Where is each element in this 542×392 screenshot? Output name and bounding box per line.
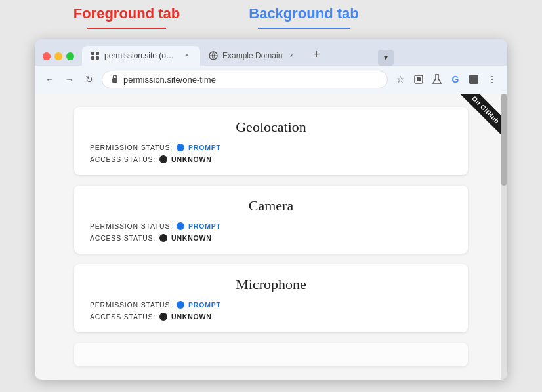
camera-access-dot [159, 234, 167, 242]
address-text: permission.site/one-time [123, 75, 216, 85]
browser-window: permission.site (one-time) × Example Dom… [35, 39, 507, 380]
svg-rect-1 [96, 52, 99, 55]
bookmark-icon[interactable]: ☆ [393, 72, 407, 87]
camera-permission-row: PERMISSION STATUS: PROMPT [90, 222, 452, 230]
active-tab-close[interactable]: × [182, 50, 192, 61]
background-tab-label: Background tab [232, 5, 376, 22]
inactive-tab-close[interactable]: × [286, 50, 297, 61]
outer-wrapper: Foreground tab Background tab [35, 39, 507, 380]
inactive-tab[interactable]: Example Domain × [200, 46, 304, 66]
chevron-down-icon: ▾ [384, 53, 388, 62]
tab-labels: Foreground tab Background tab [35, 5, 507, 22]
cards-container: Geolocation PERMISSION STATUS: PROMPT AC… [35, 94, 507, 380]
inactive-tab-title: Example Domain [222, 51, 282, 60]
svg-rect-0 [91, 52, 94, 55]
scrollbar-thumb[interactable] [501, 94, 507, 186]
github-ribbon-text: On GitHub [455, 94, 507, 140]
maximize-button[interactable] [66, 52, 74, 60]
extension-icon[interactable] [411, 72, 426, 87]
tab-list-button[interactable]: ▾ [378, 50, 394, 66]
microphone-access-label: ACCESS STATUS: [90, 313, 156, 321]
github-ribbon: On GitHub [448, 94, 507, 153]
tabs-row: permission.site (one-time) × Example Dom… [82, 46, 394, 66]
microphone-title: Microphone [90, 276, 452, 293]
camera-access-label: ACCESS STATUS: [90, 234, 156, 242]
camera-permission-value: PROMPT [188, 222, 221, 230]
microphone-permission-row: PERMISSION STATUS: PROMPT [90, 301, 452, 309]
microphone-access-dot [159, 313, 167, 321]
active-tab-icon [90, 50, 100, 61]
geolocation-permission-label: PERMISSION STATUS: [90, 144, 173, 151]
google-icon[interactable]: G [448, 72, 463, 87]
camera-access-row: ACCESS STATUS: UNKNOWN [90, 234, 452, 242]
reload-button[interactable]: ↻ [82, 72, 96, 87]
geolocation-permission-value: PROMPT [188, 144, 221, 151]
svg-rect-7 [417, 77, 421, 81]
window-controls [43, 52, 74, 60]
menu-icon[interactable]: ⋮ [485, 72, 499, 87]
svg-rect-3 [96, 56, 99, 60]
inactive-tab-icon [208, 50, 219, 61]
camera-access-value: UNKNOWN [171, 234, 212, 242]
active-tab-title: permission.site (one-time) [104, 51, 178, 60]
foreground-tab-label: Foreground tab [35, 5, 219, 22]
labs-icon[interactable] [430, 72, 444, 87]
partial-card [74, 343, 468, 366]
microphone-permission-label: PERMISSION STATUS: [90, 301, 173, 309]
geolocation-access-value: UNKNOWN [171, 155, 212, 163]
profile-icon[interactable] [467, 72, 481, 87]
address-bar[interactable]: permission.site/one-time [102, 71, 388, 88]
svg-rect-9 [469, 75, 478, 84]
microphone-permission-dot [177, 301, 184, 309]
camera-title: Camera [90, 197, 452, 214]
lock-icon [110, 74, 119, 85]
camera-permission-label: PERMISSION STATUS: [90, 222, 173, 230]
geolocation-card: Geolocation PERMISSION STATUS: PROMPT AC… [74, 107, 468, 175]
back-button[interactable]: ← [43, 72, 57, 87]
address-bar-row: ← → ↻ permission.site/one-time ☆ [35, 66, 507, 94]
title-bar: permission.site (one-time) × Example Dom… [35, 39, 507, 66]
scrollbar-track [501, 94, 507, 380]
geolocation-title: Geolocation [90, 119, 452, 136]
forward-button[interactable]: → [62, 72, 77, 87]
geolocation-permission-row: PERMISSION STATUS: PROMPT [90, 144, 452, 151]
camera-permission-dot [177, 222, 184, 230]
microphone-permission-value: PROMPT [188, 301, 221, 309]
geolocation-permission-dot [177, 144, 184, 151]
svg-rect-2 [91, 56, 94, 60]
geolocation-access-label: ACCESS STATUS: [90, 155, 156, 163]
page-content: On GitHub Geolocation PERMISSION STATUS:… [35, 94, 507, 380]
active-tab[interactable]: permission.site (one-time) × [82, 46, 200, 66]
geolocation-access-dot [159, 155, 167, 163]
new-tab-button[interactable]: + [307, 46, 325, 64]
microphone-access-row: ACCESS STATUS: UNKNOWN [90, 313, 452, 321]
minimize-button[interactable] [54, 52, 62, 60]
camera-card: Camera PERMISSION STATUS: PROMPT ACCESS … [74, 186, 468, 254]
close-button[interactable] [43, 52, 51, 60]
geolocation-access-row: ACCESS STATUS: UNKNOWN [90, 155, 452, 163]
svg-rect-5 [112, 78, 117, 83]
toolbar-icons: ☆ G [393, 72, 499, 87]
microphone-access-value: UNKNOWN [171, 313, 212, 321]
microphone-card: Microphone PERMISSION STATUS: PROMPT ACC… [74, 264, 468, 332]
